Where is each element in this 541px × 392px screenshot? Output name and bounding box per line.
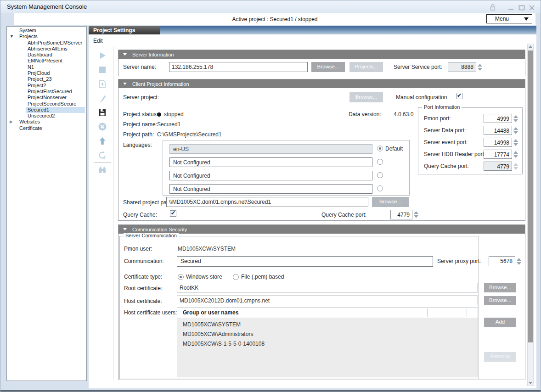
edit-project-icon[interactable] bbox=[98, 94, 107, 103]
language-default-radio-4[interactable] bbox=[377, 185, 383, 191]
service-port-spinner[interactable]: 8888 bbox=[448, 62, 476, 72]
scroll-up-icon[interactable] bbox=[529, 45, 532, 48]
server-hdb-reader-port-spinner[interactable]: 17774 bbox=[484, 150, 512, 159]
scroll-down-icon[interactable] bbox=[529, 382, 532, 384]
maximize-button[interactable] bbox=[518, 4, 525, 11]
host-certificate-input[interactable]: MD1005XC2012D.dom01.cmpns.net bbox=[177, 296, 478, 305]
projects-button[interactable]: Projects... bbox=[349, 62, 383, 72]
language-dropdown-2[interactable]: Not Configured bbox=[169, 157, 372, 167]
minimize-button[interactable] bbox=[507, 4, 515, 11]
server-data-port-spin-arrows[interactable] bbox=[513, 126, 518, 135]
column-divider[interactable] bbox=[427, 308, 428, 317]
tree-item-websites[interactable]: ▶Websites bbox=[7, 119, 86, 125]
expander-down-icon[interactable]: ▼ bbox=[10, 34, 14, 40]
cert-type-file-pem-radio[interactable] bbox=[233, 274, 239, 280]
server-event-port-label: Server event port: bbox=[424, 139, 468, 146]
user-list-item[interactable]: MD1005XCW\S-1-5-5-0-1400108 bbox=[183, 341, 265, 347]
tree-item-project[interactable]: ProjectSecondSecure bbox=[7, 101, 86, 107]
tree-item-project[interactable]: Project_23 bbox=[7, 76, 86, 82]
language-default-radio-1[interactable] bbox=[377, 146, 383, 151]
server-name-input[interactable]: 132.186.255.178 bbox=[169, 62, 308, 72]
server-project-browse-button[interactable]: Browse... bbox=[349, 92, 383, 102]
stop-project-icon[interactable] bbox=[98, 65, 107, 74]
restore-project-icon[interactable] bbox=[98, 79, 107, 89]
tree-item-project[interactable]: ProjectNonserver bbox=[7, 95, 86, 101]
tree-item-projects[interactable]: ▼Projects bbox=[7, 34, 86, 39]
toolbar-divider bbox=[113, 46, 114, 380]
language-dropdown-1: en-US bbox=[169, 144, 372, 154]
server-proxy-port-spin-arrows[interactable] bbox=[516, 256, 521, 266]
section-header-client-project[interactable]: Client Project Information bbox=[118, 79, 525, 88]
tree-item-project[interactable]: EMNotPResent bbox=[7, 58, 86, 64]
add-user-button[interactable]: Add bbox=[484, 318, 516, 327]
query-cache-port-label: Query Cache port: bbox=[424, 163, 469, 169]
root-certificate-browse-button[interactable]: Browse... bbox=[484, 283, 516, 292]
port-information-title: Port Information bbox=[422, 104, 462, 110]
shared-project-path-input[interactable]: \\MD1005XC.dom01.cmpns.net\Secured1 bbox=[166, 197, 368, 207]
start-project-icon[interactable] bbox=[98, 51, 107, 60]
vertical-scrollbar[interactable] bbox=[527, 44, 534, 386]
language-default-radio-2[interactable] bbox=[377, 159, 383, 165]
cancel-icon[interactable] bbox=[98, 122, 107, 131]
history-restore-icon[interactable] bbox=[98, 151, 107, 160]
query-cache-port-spinner[interactable]: 4779 bbox=[390, 210, 412, 219]
tree-item-secured1-selected[interactable]: Secured1 bbox=[7, 107, 86, 113]
menu-edit[interactable]: Edit bbox=[93, 38, 103, 44]
close-button[interactable] bbox=[528, 4, 535, 11]
server-project-label: Server project: bbox=[123, 94, 159, 101]
upgrade-project-icon[interactable] bbox=[98, 136, 107, 146]
column-divider[interactable] bbox=[467, 308, 467, 317]
language-dropdown-4[interactable]: Not Configured bbox=[169, 184, 372, 194]
users-list-header: Group or user names bbox=[177, 308, 478, 318]
tree-item-project[interactable]: ProjCloud bbox=[7, 70, 86, 76]
tree-item-project[interactable]: ProjectFirstSecured bbox=[7, 89, 86, 95]
shared-project-path-label: Shared project path: bbox=[123, 199, 173, 206]
service-port-spin-arrows[interactable] bbox=[477, 62, 482, 72]
remove-user-button[interactable]: Remove bbox=[484, 352, 516, 362]
server-data-port-spinner[interactable]: 14488 bbox=[484, 126, 512, 135]
data-version-label: Data version: bbox=[349, 111, 381, 118]
section-communication-security: Communication Security Server Communicat… bbox=[118, 224, 525, 380]
tree-item-certificate[interactable]: Certificate bbox=[7, 125, 86, 131]
query-cache-port-spin-arrows[interactable] bbox=[413, 210, 418, 219]
section-header-communication-security[interactable]: Communication Security bbox=[118, 225, 525, 234]
pmon-port-spinner[interactable]: 4999 bbox=[484, 114, 512, 123]
tree-item-project[interactable]: N1 bbox=[7, 64, 86, 70]
tree-item-project[interactable]: Dashboard bbox=[7, 52, 86, 58]
find-project-icon[interactable] bbox=[98, 165, 107, 174]
server-proxy-port-spinner[interactable]: 5678 bbox=[489, 256, 515, 266]
tree-item-project[interactable]: AbhiserverAllEms bbox=[7, 46, 86, 52]
host-certificate-users-list[interactable]: Group or user names MD1005XCW\SYSTEM MD1… bbox=[177, 307, 478, 377]
user-list-item[interactable]: MD1005XCW\SYSTEM bbox=[183, 321, 241, 328]
host-certificate-browse-button[interactable]: Browse... bbox=[484, 296, 516, 305]
language-default-radio-3[interactable] bbox=[377, 172, 383, 178]
section-header-server-information[interactable]: Server Information bbox=[118, 50, 525, 59]
query-cache-port-spin-arrows bbox=[513, 162, 518, 171]
server-event-port-spin-arrows[interactable] bbox=[513, 138, 518, 147]
lock-icon bbox=[489, 3, 497, 11]
pmon-port-spin-arrows[interactable] bbox=[513, 114, 518, 123]
root-certificate-input[interactable]: RootKK bbox=[177, 283, 478, 292]
server-proxy-port-label: Server proxy port: bbox=[437, 258, 481, 264]
expander-right-icon[interactable]: ▶ bbox=[10, 119, 13, 125]
save-project-icon[interactable] bbox=[98, 108, 107, 117]
menu-dropdown[interactable]: Menu bbox=[486, 14, 532, 23]
server-event-port-spinner[interactable]: 14998 bbox=[484, 138, 512, 147]
tree-item-project[interactable]: Project2 bbox=[7, 83, 86, 89]
shared-path-browse-button[interactable]: Browse... bbox=[372, 197, 409, 207]
server-hdb-reader-port-spin-arrows[interactable] bbox=[513, 150, 518, 159]
user-list-item[interactable]: MD1005XCW\Administrators bbox=[183, 331, 253, 337]
tab-project-settings[interactable]: Project Settings bbox=[89, 26, 160, 34]
query-cache-checkbox[interactable] bbox=[170, 210, 176, 217]
manual-configuration-checkbox[interactable] bbox=[456, 93, 462, 99]
tree-item-system[interactable]: System bbox=[7, 28, 86, 34]
scrollbar-thumb[interactable] bbox=[528, 50, 533, 342]
language-dropdown-3[interactable]: Not Configured bbox=[169, 171, 372, 180]
menu-label: Menu bbox=[495, 16, 509, 22]
tree-item-project[interactable]: Unsecured2 bbox=[7, 113, 86, 119]
active-project-status: Active project : Secured1 / stopped bbox=[14, 16, 535, 22]
server-browse-button[interactable]: Browse... bbox=[311, 62, 345, 72]
communication-dropdown[interactable]: Secured bbox=[177, 256, 433, 267]
tree-item-project[interactable]: AbhiProjSomeEMServer bbox=[7, 40, 86, 46]
cert-type-windows-store-radio[interactable] bbox=[178, 274, 184, 280]
